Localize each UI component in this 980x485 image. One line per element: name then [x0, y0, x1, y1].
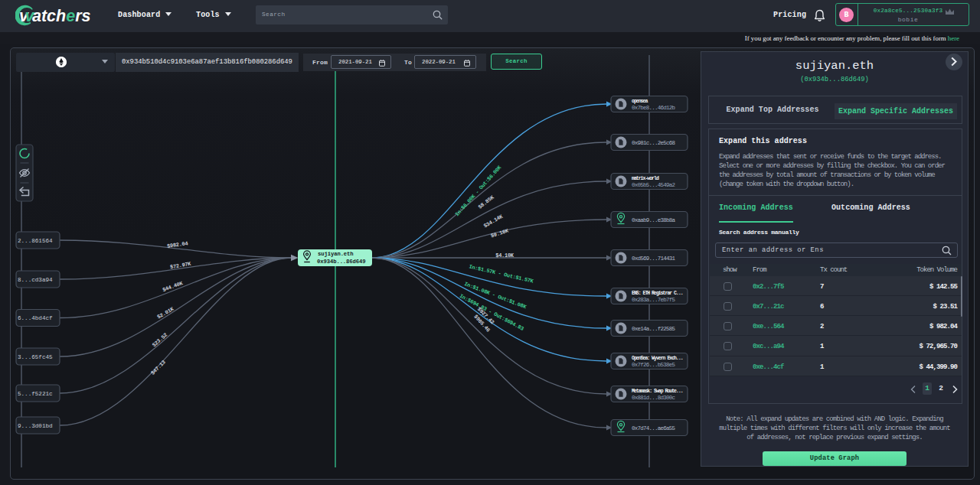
- svg-text:0x7d74...ae6a55: 0x7d74...ae6a55: [632, 425, 676, 431]
- svg-text:0xd569...714431: 0xd569...714431: [632, 256, 676, 262]
- svg-text:0x981c...2e5c68: 0x981c...2e5c68: [632, 140, 675, 146]
- svg-text:matrix-world: matrix-world: [632, 176, 659, 181]
- svg-text:$4.10K: $4.10K: [495, 252, 514, 259]
- svg-text:0x7f26...b538e5: 0x7f26...b538e5: [632, 362, 676, 368]
- svg-text:ENS: ETH Registrar C...: ENS: ETH Registrar C...: [632, 291, 683, 296]
- svg-text:In:$1.57K - Out:$1.57K: In:$1.57K - Out:$1.57K: [469, 264, 534, 285]
- svg-text:0xaab9...e38b8a: 0xaab9...e38b8a: [632, 217, 676, 223]
- svg-text:6...4bd4cf: 6...4bd4cf: [18, 315, 53, 321]
- svg-text:0x7be8...46d12b: 0x7be8...46d12b: [632, 105, 675, 111]
- svg-text:2...861564: 2...861564: [18, 238, 53, 244]
- svg-text:8...cd3a94: 8...cd3a94: [18, 277, 53, 283]
- svg-text:atchers: atchers: [32, 7, 91, 25]
- svg-text:Metamask: Swap Route...: Metamask: Swap Route...: [632, 389, 683, 394]
- svg-text:$34.14K: $34.14K: [482, 213, 505, 229]
- svg-text:0x881d...8d300c: 0x881d...8d300c: [632, 395, 675, 401]
- svg-text:0x283a...7eb7f5: 0x283a...7eb7f5: [632, 297, 676, 303]
- svg-text:opensea: opensea: [632, 99, 648, 104]
- svg-text:3...65fc45: 3...65fc45: [18, 354, 53, 360]
- svg-text:5...f5221c: 5...f5221c: [18, 391, 53, 397]
- svg-text:$23.52: $23.52: [151, 332, 168, 349]
- svg-text:$47.13: $47.13: [149, 359, 166, 376]
- svg-text:0xe14a...f22585: 0xe14a...f22585: [632, 326, 676, 332]
- svg-text:OpenSea: Wyvern Exch...: OpenSea: Wyvern Exch...: [632, 356, 683, 361]
- svg-text:In:$6.00K - Out:$6.00K: In:$6.00K - Out:$6.00K: [454, 164, 503, 217]
- svg-text:0x05b5...4549a2: 0x05b5...4549a2: [632, 182, 675, 188]
- svg-text:$9.16K: $9.16K: [490, 227, 510, 239]
- svg-text:sujiyan.eth: sujiyan.eth: [318, 251, 354, 257]
- svg-text:$8.85K: $8.85K: [477, 194, 495, 210]
- svg-text:$982.04: $982.04: [167, 240, 188, 249]
- svg-text:0x934b...86d649: 0x934b...86d649: [317, 259, 366, 265]
- svg-text:9...3d01bd: 9...3d01bd: [18, 423, 53, 429]
